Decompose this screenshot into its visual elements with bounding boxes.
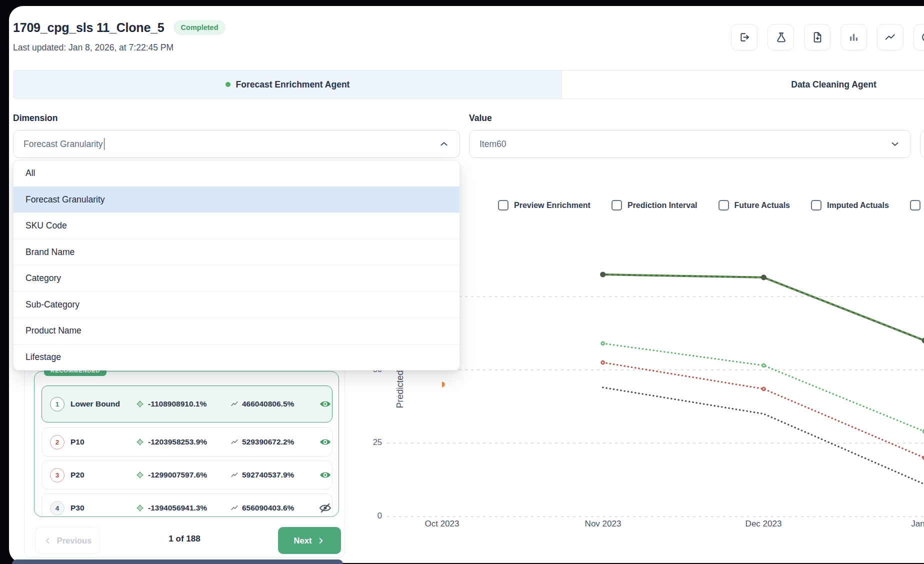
dropdown-item-all[interactable]: All xyxy=(14,160,460,186)
bar-chart-button[interactable] xyxy=(840,24,867,50)
file-add-button[interactable] xyxy=(804,24,830,50)
target-value: -1203958253.9% xyxy=(148,438,207,446)
checkbox-icon[interactable] xyxy=(718,200,729,210)
actual-data-point xyxy=(439,382,445,388)
quantile-row-p20[interactable]: 3P20-1299007597.6%592740537.9% xyxy=(42,460,332,490)
recommended-group: 1Lower Bound-1108908910.1%466040806.5%2P… xyxy=(34,371,339,517)
app-window: 1709_cpg_sls 11_Clone_5 Completed Last u… xyxy=(0,0,924,564)
agent-tabs: Forecast Enrichment AgentData Cleaning A… xyxy=(13,70,924,99)
trend-icon xyxy=(230,471,238,479)
clock-icon xyxy=(920,31,924,44)
value-combobox[interactable]: Item60 xyxy=(469,130,911,158)
chevron-up-icon xyxy=(438,138,450,150)
value-label: Value xyxy=(469,113,492,124)
checkbox-icon[interactable] xyxy=(811,200,822,210)
rank-badge: 3 xyxy=(50,468,64,482)
previous-button-label: Previous xyxy=(57,536,92,546)
toggle-partial[interactable] xyxy=(910,200,920,210)
trend-value: 656090403.6% xyxy=(242,504,294,512)
dimension-combobox[interactable]: Forecast Granularity xyxy=(13,130,460,158)
chevron-left-icon xyxy=(44,536,52,545)
tab-data-cleaning-agent[interactable]: Data Cleaning Agent xyxy=(562,70,924,98)
tab-label: Data Cleaning Agent xyxy=(791,80,876,90)
quantile-name: P10 xyxy=(70,438,130,446)
active-tab-dot xyxy=(226,82,230,87)
bar-chart-icon xyxy=(848,31,860,44)
quantile-row-p30[interactable]: 4P30-1394056941.3%656090403.6% xyxy=(42,494,332,517)
checkbox-icon[interactable] xyxy=(910,200,920,210)
toggle-label: Prediction Interval xyxy=(628,201,698,210)
quantile-row-lower-bound[interactable]: 1Lower Bound-1108908910.1%466040806.5% xyxy=(42,386,332,422)
trend-line-button[interactable] xyxy=(877,24,904,50)
bottom-peek-bar xyxy=(12,560,343,564)
rank-badge: 1 xyxy=(50,397,64,412)
x-tick-label: Jan 2 xyxy=(889,519,924,529)
next-button[interactable]: Next xyxy=(278,527,341,554)
rank-badge: 4 xyxy=(50,501,64,516)
eye-icon[interactable] xyxy=(319,437,332,447)
toolbar xyxy=(731,24,924,50)
toggle-preview-enrichment[interactable]: Preview Enrichment xyxy=(498,200,590,210)
tab-label: Forecast Enrichment Agent xyxy=(236,80,350,90)
toggle-imputed-actuals[interactable]: Imputed Actuals xyxy=(811,200,889,210)
dropdown-item-product-name[interactable]: Product Name xyxy=(14,318,460,344)
x-tick-label: Nov 2023 xyxy=(570,519,636,529)
dimension-label: Dimension xyxy=(13,113,58,124)
chart-toggle-row: Preview EnrichmentPrediction IntervalFut… xyxy=(498,200,920,210)
toggle-future-actuals[interactable]: Future Actuals xyxy=(718,200,790,210)
trend-value: 529390672.2% xyxy=(242,438,294,446)
tab-forecast-enrichment-agent[interactable]: Forecast Enrichment Agent xyxy=(14,70,562,98)
x-tick-label: Oct 2023 xyxy=(410,519,474,529)
dimension-input-value: Forecast Granularity xyxy=(24,139,103,150)
status-badge: Completed xyxy=(174,20,226,35)
x-tick-label: Dec 2023 xyxy=(731,519,796,529)
chevron-down-icon xyxy=(890,138,900,150)
header: 1709_cpg_sls 11_Clone_5 Completed Last u… xyxy=(13,20,226,53)
target-value: -1108908910.1% xyxy=(148,400,206,408)
target-value: -1394056941.3% xyxy=(148,504,207,512)
page-title: 1709_cpg_sls 11_Clone_5 xyxy=(13,20,164,35)
previous-button[interactable]: Previous xyxy=(35,527,100,554)
toggle-prediction-interval[interactable]: Prediction Interval xyxy=(612,200,698,210)
eye-icon[interactable] xyxy=(319,399,332,409)
eye-off-icon[interactable] xyxy=(319,503,332,513)
dropdown-item-lifestage[interactable]: Lifestage xyxy=(14,344,460,370)
checkbox-icon[interactable] xyxy=(612,200,622,210)
eye-icon[interactable] xyxy=(319,470,332,480)
data-point xyxy=(761,274,766,280)
checkbox-icon[interactable] xyxy=(498,200,508,210)
flask-button[interactable] xyxy=(768,24,794,50)
quantile-name: P30 xyxy=(70,504,130,512)
target-icon xyxy=(136,400,144,408)
trend-line-icon xyxy=(884,31,896,44)
target-value: -1299007597.6% xyxy=(148,470,207,480)
flask-icon xyxy=(774,31,787,44)
quantile-row-p10[interactable]: 2P10-1203958253.9%529390672.2% xyxy=(42,428,332,456)
text-cursor xyxy=(104,138,105,150)
export-icon xyxy=(738,31,750,44)
dropdown-item-brand-name[interactable]: Brand Name xyxy=(14,239,460,266)
quantile-name: Lower Bound xyxy=(70,400,130,408)
series-enriched-forecast xyxy=(603,274,924,340)
dropdown-item-category[interactable]: Category xyxy=(14,265,460,292)
toggle-label: Preview Enrichment xyxy=(514,201,590,210)
trend-value: 592740537.9% xyxy=(242,470,294,480)
dropdown-item-forecast-granularity[interactable]: Forecast Granularity xyxy=(14,186,460,213)
rank-badge: 2 xyxy=(50,435,64,450)
dropdown-item-sub-category[interactable]: Sub-Category xyxy=(14,292,460,318)
page-indicator: 1 of 188 xyxy=(150,534,220,544)
chevron-right-icon xyxy=(316,536,325,545)
clock-button[interactable] xyxy=(914,24,924,50)
trend-icon xyxy=(230,438,238,446)
target-icon xyxy=(136,504,144,512)
dropdown-item-sku-code[interactable]: SKU Code xyxy=(14,212,460,239)
quantile-name: P20 xyxy=(70,470,130,480)
forecast-chart xyxy=(385,215,924,525)
export-button[interactable] xyxy=(731,24,758,50)
data-point xyxy=(600,272,606,277)
trend-value: 466040806.5% xyxy=(242,400,294,408)
partial-control-right-edge[interactable] xyxy=(920,130,924,158)
value-input-value: Item60 xyxy=(480,139,506,150)
toggle-label: Imputed Actuals xyxy=(827,201,889,210)
trend-icon xyxy=(230,504,238,512)
